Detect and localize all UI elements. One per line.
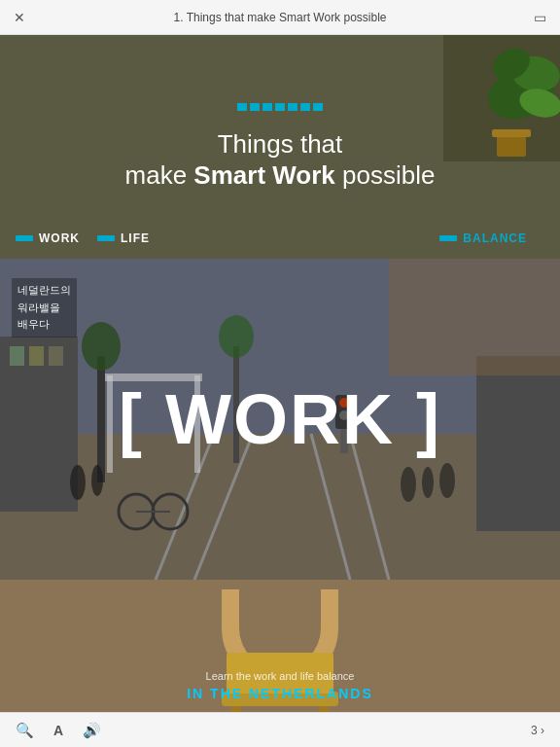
tab-life-dot bbox=[97, 235, 115, 241]
deco-bar bbox=[237, 103, 323, 111]
heading-bold: Smart Work bbox=[193, 160, 334, 190]
bottom-section: Learn the work and life balance IN THE N… bbox=[0, 580, 560, 712]
svg-rect-16 bbox=[49, 346, 63, 366]
korean-text: 네덜란드의 워라밸을 배우다 bbox=[12, 278, 77, 338]
heading-prefix: make bbox=[125, 160, 194, 190]
tab-work-dot bbox=[16, 235, 33, 241]
svg-rect-14 bbox=[10, 346, 24, 366]
search-icon[interactable]: 🔍 bbox=[16, 722, 34, 739]
heading-line2: make Smart Work possible bbox=[125, 160, 436, 192]
tab-balance-dot bbox=[439, 235, 457, 241]
bottom-highlight-text: IN THE NETHERLANDS bbox=[187, 686, 373, 701]
street-section: 네덜란드의 워라밸을 배우다 [ WORK ] bbox=[0, 259, 560, 580]
tab-work-label: WORK bbox=[39, 231, 80, 245]
text-size-icon[interactable]: A bbox=[53, 723, 63, 738]
heading-line1: Things that bbox=[125, 128, 436, 160]
main-content: Things that make Smart Work possible WOR… bbox=[0, 35, 560, 712]
hero-heading: Things that make Smart Work possible bbox=[125, 128, 436, 192]
hero-section: Things that make Smart Work possible WOR… bbox=[0, 35, 560, 259]
svg-rect-17 bbox=[97, 356, 105, 482]
tab-work[interactable]: WORK bbox=[16, 231, 97, 245]
svg-point-25 bbox=[91, 465, 103, 496]
tab-balance-label: BALANCE bbox=[463, 231, 527, 245]
korean-line1: 네덜란드의 bbox=[18, 282, 71, 300]
plant-decoration bbox=[443, 35, 560, 161]
tab-life[interactable]: LIFE bbox=[97, 231, 167, 245]
svg-rect-6 bbox=[492, 129, 531, 137]
bottom-icons-left: 🔍 A 🔊 bbox=[16, 722, 101, 739]
heading-suffix: possible bbox=[335, 160, 436, 190]
bottom-small-text: Learn the work and life balance bbox=[187, 670, 373, 682]
svg-rect-37 bbox=[389, 259, 560, 375]
bookmark-icon[interactable]: ▭ bbox=[534, 10, 546, 25]
tab-life-label: LIFE bbox=[121, 231, 150, 245]
document-title: 1. Things that make Smart Work possible bbox=[174, 11, 387, 24]
svg-rect-15 bbox=[29, 346, 44, 366]
svg-point-24 bbox=[70, 465, 86, 500]
close-icon[interactable]: ✕ bbox=[14, 10, 25, 25]
street-background: 네덜란드의 워라밸을 배우다 [ WORK ] bbox=[0, 259, 560, 580]
top-bar: ✕ 1. Things that make Smart Work possibl… bbox=[0, 0, 560, 35]
svg-point-18 bbox=[82, 322, 121, 371]
svg-point-28 bbox=[439, 463, 455, 498]
korean-line2: 워라밸을 bbox=[18, 300, 71, 317]
tab-balance[interactable]: BALANCE bbox=[439, 231, 544, 245]
audio-icon[interactable]: 🔊 bbox=[83, 722, 101, 739]
korean-line3: 배우다 bbox=[18, 316, 71, 334]
bottom-text: Learn the work and life balance IN THE N… bbox=[187, 670, 373, 701]
svg-point-26 bbox=[401, 467, 416, 502]
nav-tabs: WORK LIFE BALANCE bbox=[0, 218, 560, 259]
svg-point-27 bbox=[422, 467, 434, 498]
page-number: 3 › bbox=[531, 724, 544, 737]
work-label: [ WORK ] bbox=[119, 379, 441, 459]
svg-rect-21 bbox=[107, 375, 113, 473]
bottom-bar: 🔍 A 🔊 3 › bbox=[0, 712, 560, 747]
svg-rect-32 bbox=[476, 356, 560, 531]
svg-point-20 bbox=[219, 315, 254, 358]
